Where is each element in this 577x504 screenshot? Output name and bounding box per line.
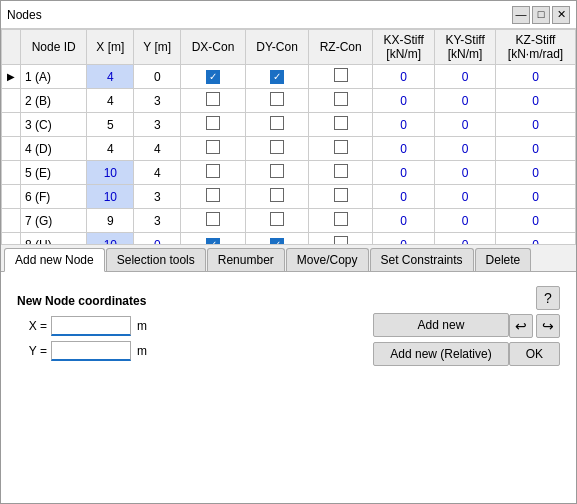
- dy-cell[interactable]: [245, 65, 308, 89]
- x-cell: 4: [87, 137, 134, 161]
- dy-cell[interactable]: [245, 233, 308, 246]
- close-button[interactable]: ✕: [552, 6, 570, 24]
- y-input[interactable]: [51, 341, 131, 361]
- rz-checkbox[interactable]: [334, 188, 348, 202]
- tab-move-copy[interactable]: Move/Copy: [286, 248, 369, 271]
- ok-button[interactable]: OK: [509, 342, 560, 366]
- rz-checkbox[interactable]: [334, 92, 348, 106]
- rz-cell[interactable]: [309, 161, 373, 185]
- dx-checkbox[interactable]: [206, 188, 220, 202]
- dx-cell[interactable]: [181, 137, 246, 161]
- redo-button[interactable]: ↪: [536, 314, 560, 338]
- row-arrow: [2, 185, 21, 209]
- add-new-relative-button[interactable]: Add new (Relative): [373, 342, 508, 366]
- dx-cell[interactable]: [181, 89, 246, 113]
- dx-checkbox[interactable]: [206, 164, 220, 178]
- x-unit: m: [137, 319, 147, 333]
- x-input[interactable]: [51, 316, 131, 336]
- table-row[interactable]: 4 (D)44000: [2, 137, 576, 161]
- col-ky: KY-Stiff[kN/m]: [435, 30, 496, 65]
- rz-cell[interactable]: [309, 137, 373, 161]
- dx-checkbox[interactable]: [206, 116, 220, 130]
- maximize-button[interactable]: □: [532, 6, 550, 24]
- rz-checkbox[interactable]: [334, 116, 348, 130]
- minimize-button[interactable]: —: [512, 6, 530, 24]
- dx-cell[interactable]: [181, 161, 246, 185]
- dy-checkbox[interactable]: [270, 238, 284, 245]
- table-row[interactable]: 2 (B)43000: [2, 89, 576, 113]
- dx-cell[interactable]: [181, 233, 246, 246]
- dy-checkbox[interactable]: [270, 92, 284, 106]
- dy-cell[interactable]: [245, 209, 308, 233]
- bottom-row: New Node coordinates X = m Y = m Add new…: [11, 280, 566, 372]
- dy-cell[interactable]: [245, 89, 308, 113]
- ky-cell: 0: [435, 65, 496, 89]
- tab-set-constraints[interactable]: Set Constraints: [370, 248, 474, 271]
- rz-checkbox[interactable]: [334, 164, 348, 178]
- y-cell: 4: [134, 161, 181, 185]
- row-arrow: [2, 89, 21, 113]
- y-unit: m: [137, 344, 147, 358]
- dy-checkbox[interactable]: [270, 188, 284, 202]
- dy-cell[interactable]: [245, 161, 308, 185]
- tab-delete[interactable]: Delete: [475, 248, 532, 271]
- add-new-button[interactable]: Add new: [373, 313, 508, 337]
- y-cell: 0: [134, 233, 181, 246]
- row-arrow: [2, 233, 21, 246]
- dy-checkbox[interactable]: [270, 212, 284, 226]
- dy-cell[interactable]: [245, 137, 308, 161]
- dy-checkbox[interactable]: [270, 116, 284, 130]
- dx-checkbox[interactable]: [206, 140, 220, 154]
- rz-cell[interactable]: [309, 185, 373, 209]
- dy-cell[interactable]: [245, 113, 308, 137]
- col-arrow: [2, 30, 21, 65]
- table-row[interactable]: 5 (E)104000: [2, 161, 576, 185]
- dy-checkbox[interactable]: [270, 70, 284, 84]
- tab-selection-tools[interactable]: Selection tools: [106, 248, 206, 271]
- rz-cell[interactable]: [309, 209, 373, 233]
- row-arrow: [2, 113, 21, 137]
- dx-checkbox[interactable]: [206, 238, 220, 245]
- dx-cell[interactable]: [181, 209, 246, 233]
- table-row[interactable]: 7 (G)93000: [2, 209, 576, 233]
- kz-cell: 0: [495, 89, 575, 113]
- kz-cell: 0: [495, 113, 575, 137]
- rz-checkbox[interactable]: [334, 236, 348, 245]
- rz-cell[interactable]: [309, 65, 373, 89]
- right-controls: ? ↩ ↪ OK: [509, 286, 560, 366]
- kz-cell: 0: [495, 233, 575, 246]
- panel-title: New Node coordinates: [17, 294, 353, 308]
- tab-add-new-node[interactable]: Add new Node: [4, 248, 105, 272]
- table-row[interactable]: 6 (F)103000: [2, 185, 576, 209]
- x-cell: 10: [87, 161, 134, 185]
- ky-cell: 0: [435, 233, 496, 246]
- dx-cell[interactable]: [181, 113, 246, 137]
- rz-checkbox[interactable]: [334, 212, 348, 226]
- dy-cell[interactable]: [245, 185, 308, 209]
- rz-cell[interactable]: [309, 89, 373, 113]
- tab-renumber[interactable]: Renumber: [207, 248, 285, 271]
- col-y: Y [m]: [134, 30, 181, 65]
- rz-checkbox[interactable]: [334, 140, 348, 154]
- dx-checkbox[interactable]: [206, 212, 220, 226]
- help-button[interactable]: ?: [536, 286, 560, 310]
- table-row[interactable]: 3 (C)53000: [2, 113, 576, 137]
- dy-checkbox[interactable]: [270, 140, 284, 154]
- table-row[interactable]: ▶1 (A)40000: [2, 65, 576, 89]
- y-label: Y =: [17, 344, 47, 358]
- node-id-cell: 2 (B): [21, 89, 87, 113]
- rz-cell[interactable]: [309, 233, 373, 246]
- dx-checkbox[interactable]: [206, 70, 220, 84]
- dx-checkbox[interactable]: [206, 92, 220, 106]
- rz-cell[interactable]: [309, 113, 373, 137]
- dy-checkbox[interactable]: [270, 164, 284, 178]
- dx-cell[interactable]: [181, 65, 246, 89]
- dx-cell[interactable]: [181, 185, 246, 209]
- row-arrow: [2, 209, 21, 233]
- undo-button[interactable]: ↩: [509, 314, 533, 338]
- ky-cell: 0: [435, 185, 496, 209]
- table-row[interactable]: 8 (H)100000: [2, 233, 576, 246]
- rz-checkbox[interactable]: [334, 68, 348, 82]
- col-kx: KX-Stiff[kN/m]: [373, 30, 435, 65]
- window-title: Nodes: [7, 8, 510, 22]
